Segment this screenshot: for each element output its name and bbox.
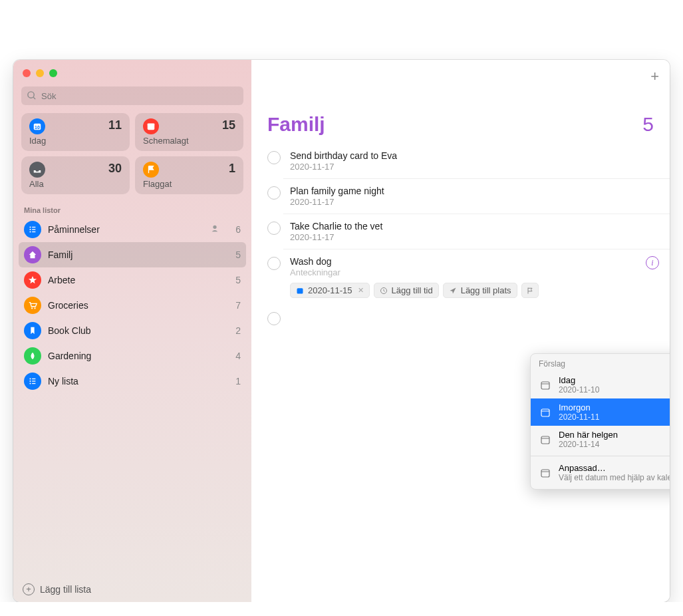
smart-list-all[interactable]: 30 Alla: [21, 156, 130, 194]
suggestion-date: 2020-11-10: [559, 385, 599, 394]
list-count: 7: [229, 300, 241, 311]
reminder-title: Take Charlie to the vet: [290, 221, 659, 231]
list-name: Familj: [48, 249, 222, 260]
svg-point-17: [29, 383, 31, 384]
svg-line-1: [33, 97, 35, 99]
flag-icon: [143, 162, 159, 178]
smart-list-flagged[interactable]: 1 Flaggat: [135, 156, 243, 194]
reminder-date: 2020-11-17: [290, 162, 659, 172]
suggestion-custom[interactable]: Anpassad…Välj ett datum med hjälp av kal…: [531, 459, 670, 489]
svg-point-13: [31, 307, 33, 309]
flag-chip[interactable]: [521, 283, 539, 298]
calendar-icon: [143, 118, 159, 134]
svg-point-0: [28, 92, 34, 98]
reminder-title: Send birthday card to Eva: [290, 150, 659, 161]
list-item-groceries[interactable]: Groceries 7: [19, 293, 246, 318]
reminder-item[interactable]: Plan family game night 2020-11-17: [283, 179, 670, 214]
list-name: Book Club: [48, 325, 222, 336]
suggestion-today[interactable]: Idag2020-11-10: [531, 371, 670, 398]
smart-label: Schemalagt: [143, 136, 235, 146]
svg-rect-5: [148, 124, 155, 126]
section-header-my-lists: Mina listor: [13, 201, 251, 217]
add-location-label: Lägg till plats: [461, 285, 511, 295]
list-count: 6: [229, 224, 241, 235]
reminder-item[interactable]: Send birthday card to Eva 2020-11-17: [283, 144, 670, 179]
date-chip[interactable]: 2020-11-15 ✕: [290, 283, 370, 298]
list-item-familj[interactable]: Familj 5: [19, 242, 246, 267]
leaf-icon: [24, 347, 41, 365]
window-controls: [13, 60, 251, 82]
reminder-item-editing[interactable]: Wash dog Anteckningar 2020-11-15 ✕ Lägg …: [283, 249, 670, 305]
smart-label: Flaggat: [143, 179, 235, 189]
smart-count: 15: [222, 118, 235, 132]
list-header: Familj 5: [251, 60, 670, 144]
search-input[interactable]: [21, 86, 243, 105]
add-location-chip[interactable]: Lägg till plats: [443, 283, 517, 298]
svg-point-6: [29, 226, 31, 228]
close-window-button[interactable]: [23, 69, 31, 77]
popover-header: Förslag: [531, 354, 670, 371]
reminder-title: Plan family game night: [290, 186, 659, 196]
list-item-nylista[interactable]: Ny lista 1: [19, 369, 246, 394]
add-list-label: Lägg till lista: [40, 584, 91, 595]
svg-rect-25: [541, 409, 549, 416]
cart-icon: [24, 297, 41, 314]
svg-text:10: 10: [35, 125, 40, 130]
smart-label: Alla: [29, 179, 122, 189]
complete-toggle[interactable]: [267, 186, 281, 200]
calendar-icon: [539, 406, 552, 419]
zoom-window-button[interactable]: [49, 69, 57, 77]
add-time-chip[interactable]: Lägg till tid: [374, 283, 439, 298]
list-item-arbete[interactable]: Arbete 5: [19, 267, 246, 293]
list-total: 5: [642, 113, 654, 136]
info-button[interactable]: i: [646, 256, 659, 269]
list-title: Familj: [267, 113, 325, 136]
reminder-item-empty[interactable]: [283, 305, 670, 332]
list-count: 5: [229, 275, 241, 285]
calendar-icon: [296, 287, 304, 295]
calendar-icon: [539, 433, 552, 446]
list-count: 5: [229, 249, 241, 260]
reminder-date: 2020-11-17: [290, 197, 659, 207]
suggestion-weekend[interactable]: Den här helgen2020-11-14: [531, 426, 670, 453]
plus-circle-icon: +: [23, 583, 35, 595]
reminder-date: 2020-11-17: [290, 232, 659, 242]
suggestion-date: 2020-11-11: [559, 412, 599, 422]
suggestion-tomorrow[interactable]: Imorgon2020-11-11: [531, 398, 670, 426]
custom-sub: Välj ett datum med hjälp av kalendern: [559, 473, 670, 482]
suggestion-title: Imorgon: [559, 402, 599, 412]
complete-toggle[interactable]: [267, 257, 281, 270]
calendar-icon: [539, 379, 552, 392]
clear-date-icon[interactable]: ✕: [358, 286, 364, 295]
suggestion-title: Idag: [559, 375, 599, 385]
list-item-gardening[interactable]: Gardening 4: [19, 343, 246, 369]
smart-count: 30: [108, 162, 122, 176]
bookmark-icon: [24, 322, 41, 339]
svg-point-8: [29, 231, 31, 232]
list-icon: [24, 373, 41, 390]
svg-rect-27: [541, 436, 549, 444]
list-name: Groceries: [48, 300, 222, 311]
svg-rect-21: [297, 288, 303, 293]
smart-list-scheduled[interactable]: 15 Schemalagt: [135, 113, 243, 151]
reminders-window: 10 11 Idag 15 Schemalagt: [13, 60, 670, 602]
calendar-today-icon: 10: [29, 118, 45, 134]
list-item-paminnelser[interactable]: Påminnelser 6: [19, 217, 246, 242]
smart-count: 11: [108, 118, 122, 132]
complete-toggle[interactable]: [267, 151, 281, 164]
calendar-icon: [539, 466, 552, 480]
add-reminder-button[interactable]: +: [650, 68, 659, 85]
complete-toggle[interactable]: [267, 312, 281, 325]
main-panel: + Familj 5 Send birthday card to Eva 202…: [251, 60, 670, 602]
add-list-button[interactable]: + Lägg till lista: [13, 577, 251, 602]
flag-icon: [526, 287, 534, 295]
minimize-window-button[interactable]: [36, 69, 44, 77]
star-icon: [24, 271, 41, 289]
reminder-item[interactable]: Take Charlie to the vet 2020-11-17: [283, 214, 670, 249]
list-item-bookclub[interactable]: Book Club 2: [19, 318, 246, 343]
complete-toggle[interactable]: [267, 222, 281, 235]
search-box: [21, 86, 243, 105]
reminder-notes-placeholder[interactable]: Anteckningar: [290, 267, 636, 277]
smart-list-today[interactable]: 10 11 Idag: [21, 113, 130, 151]
svg-point-12: [213, 226, 216, 229]
